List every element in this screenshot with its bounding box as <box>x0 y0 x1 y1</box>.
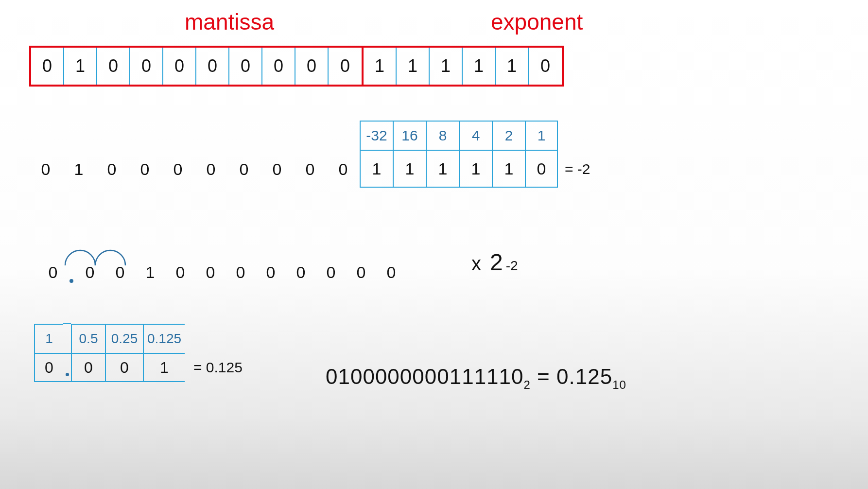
weight-cell: 4 <box>459 121 492 151</box>
digit-cell: 0 <box>165 258 195 287</box>
exponent-evaluation-row: 0 1 0 0 0 0 0 0 0 0 -32 16 8 4 2 1 1 1 1… <box>29 121 590 188</box>
digit-cell: 1 <box>135 258 165 287</box>
weight-cell: 8 <box>426 121 459 151</box>
final-equation: 01000000001111102 = 0.12510 <box>326 365 626 392</box>
radix-point-icon <box>68 258 75 287</box>
bit-cell: 0 <box>327 151 360 188</box>
weight-cell: 0.5 <box>71 324 105 353</box>
bit-cell: 0 <box>196 48 229 85</box>
bit-cell: 1 <box>463 48 496 85</box>
mantissa-group: 0 1 0 0 0 0 0 0 0 0 <box>29 46 364 87</box>
bit-cell: 0 <box>29 151 62 188</box>
bit-cell: 1 <box>492 151 525 188</box>
bit-cell: 1 <box>64 48 97 85</box>
bit-cell: 1 <box>397 48 430 85</box>
bit-cell: 1 <box>459 151 492 188</box>
digit-cell: 0 <box>226 258 256 287</box>
weight-cell: 1 <box>34 324 63 353</box>
weight-cell: 16 <box>393 121 426 151</box>
weight-cell: 0.25 <box>105 324 143 353</box>
multiplier-exponent: -2 <box>506 258 518 274</box>
bit-cell: 0 <box>34 353 63 382</box>
radix-point-icon <box>63 353 71 382</box>
bit-cell: 0 <box>31 48 64 85</box>
bit-cell: 0 <box>260 151 294 188</box>
digit-cell: 0 <box>105 258 135 287</box>
bit-cell: 0 <box>97 48 130 85</box>
fraction-place-value-table: 1 0 0.5 0 0.25 0 0.125 1 = 0.125 <box>34 323 243 382</box>
exponent-group: 1 1 1 1 1 0 <box>362 46 564 87</box>
final-binary-base: 2 <box>524 378 531 391</box>
multiplier-base: 2 <box>490 249 503 276</box>
bit-cell: 0 <box>229 48 262 85</box>
equals-symbol: = <box>531 365 556 388</box>
digit-cell: 0 <box>316 258 346 287</box>
bit-cell: 0 <box>128 151 161 188</box>
shifted-mantissa-row: 0 0 0 1 0 0 0 0 0 0 0 0 <box>38 258 406 287</box>
digit-cell: 0 <box>195 258 226 287</box>
multiplier-expression: x 2 -2 <box>471 249 518 276</box>
bit-cell: 0 <box>329 48 362 85</box>
bit-cell: 0 <box>227 151 260 188</box>
bit-cell: 1 <box>426 151 459 188</box>
bit-cell: 0 <box>95 151 128 188</box>
bit-cell: 0 <box>529 48 562 85</box>
fraction-result: = 0.125 <box>185 353 243 382</box>
bit-cell: 0 <box>295 48 329 85</box>
bit-cell: 1 <box>143 353 185 382</box>
bit-cell: 0 <box>130 48 163 85</box>
final-binary: 0100000000111110 <box>326 365 524 388</box>
bit-cell: 1 <box>430 48 463 85</box>
weight-cell: 1 <box>525 121 558 151</box>
digit-cell: 0 <box>376 258 406 287</box>
bit-row-main: 0 1 0 0 0 0 0 0 0 0 1 1 1 1 1 0 <box>29 46 564 87</box>
weight-cell: 2 <box>492 121 525 151</box>
weight-cell: -32 <box>360 121 393 151</box>
digit-cell: 0 <box>256 258 286 287</box>
bit-cell: 0 <box>194 151 227 188</box>
bit-cell: 0 <box>163 48 196 85</box>
digit-cell: 0 <box>75 258 105 287</box>
digit-cell: 0 <box>38 258 68 287</box>
final-decimal: 0.125 <box>556 365 612 388</box>
plain-mantissa-bits: 0 1 0 0 0 0 0 0 0 0 <box>29 151 360 188</box>
exponent-result: = -2 <box>558 151 590 188</box>
bit-cell: 0 <box>262 48 295 85</box>
bit-cell: 0 <box>294 151 327 188</box>
bit-cell: 0 <box>525 151 558 188</box>
radix-point-column <box>63 323 71 382</box>
bit-cell: 0 <box>161 151 194 188</box>
bit-cell: 0 <box>71 353 105 382</box>
bit-cell: 1 <box>360 151 393 188</box>
final-decimal-base: 10 <box>612 378 626 391</box>
bit-cell: 0 <box>105 353 143 382</box>
bit-cell: 1 <box>364 48 397 85</box>
bit-cell: 1 <box>62 151 95 188</box>
label-mantissa: mantissa <box>185 9 274 35</box>
bit-cell: 1 <box>393 151 426 188</box>
exponent-place-value-table: -32 16 8 4 2 1 1 1 1 1 1 0 <box>360 121 558 188</box>
times-symbol: x <box>471 253 481 275</box>
bit-cell: 1 <box>496 48 529 85</box>
digit-cell: 0 <box>286 258 316 287</box>
weight-cell: 0.125 <box>143 324 185 353</box>
digit-cell: 0 <box>346 258 376 287</box>
label-exponent: exponent <box>491 9 583 35</box>
